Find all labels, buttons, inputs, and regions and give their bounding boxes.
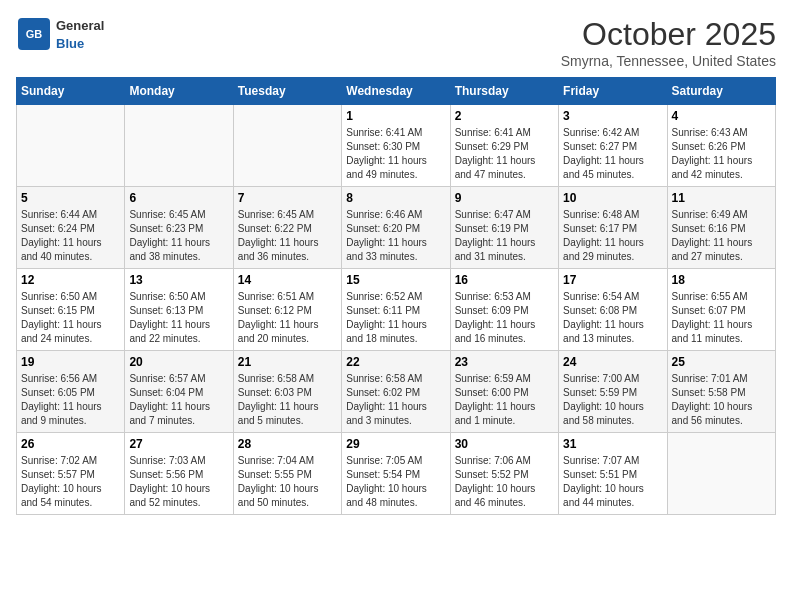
calendar-day-19: 19Sunrise: 6:56 AM Sunset: 6:05 PM Dayli…: [17, 351, 125, 433]
calendar-week-3: 12Sunrise: 6:50 AM Sunset: 6:15 PM Dayli…: [17, 269, 776, 351]
calendar-day-7: 7Sunrise: 6:45 AM Sunset: 6:22 PM Daylig…: [233, 187, 341, 269]
day-detail: Sunrise: 6:52 AM Sunset: 6:11 PM Dayligh…: [346, 290, 445, 346]
calendar-day-4: 4Sunrise: 6:43 AM Sunset: 6:26 PM Daylig…: [667, 105, 775, 187]
calendar-day-11: 11Sunrise: 6:49 AM Sunset: 6:16 PM Dayli…: [667, 187, 775, 269]
weekday-sunday: Sunday: [17, 78, 125, 105]
calendar-day-26: 26Sunrise: 7:02 AM Sunset: 5:57 PM Dayli…: [17, 433, 125, 515]
day-number: 29: [346, 437, 445, 451]
day-number: 18: [672, 273, 771, 287]
weekday-thursday: Thursday: [450, 78, 558, 105]
calendar-day-2: 2Sunrise: 6:41 AM Sunset: 6:29 PM Daylig…: [450, 105, 558, 187]
title-area: October 2025 Smyrna, Tennessee, United S…: [561, 16, 776, 69]
day-detail: Sunrise: 6:58 AM Sunset: 6:03 PM Dayligh…: [238, 372, 337, 428]
day-number: 20: [129, 355, 228, 369]
empty-day: [667, 433, 775, 515]
day-number: 1: [346, 109, 445, 123]
calendar-header: SundayMondayTuesdayWednesdayThursdayFrid…: [17, 78, 776, 105]
day-number: 9: [455, 191, 554, 205]
calendar-week-1: 1Sunrise: 6:41 AM Sunset: 6:30 PM Daylig…: [17, 105, 776, 187]
day-detail: Sunrise: 6:57 AM Sunset: 6:04 PM Dayligh…: [129, 372, 228, 428]
day-number: 17: [563, 273, 662, 287]
day-detail: Sunrise: 6:41 AM Sunset: 6:29 PM Dayligh…: [455, 126, 554, 182]
day-number: 13: [129, 273, 228, 287]
day-number: 7: [238, 191, 337, 205]
calendar-day-20: 20Sunrise: 6:57 AM Sunset: 6:04 PM Dayli…: [125, 351, 233, 433]
day-detail: Sunrise: 6:47 AM Sunset: 6:19 PM Dayligh…: [455, 208, 554, 264]
calendar-day-13: 13Sunrise: 6:50 AM Sunset: 6:13 PM Dayli…: [125, 269, 233, 351]
calendar-day-28: 28Sunrise: 7:04 AM Sunset: 5:55 PM Dayli…: [233, 433, 341, 515]
calendar-day-22: 22Sunrise: 6:58 AM Sunset: 6:02 PM Dayli…: [342, 351, 450, 433]
svg-text:GB: GB: [26, 28, 43, 40]
day-detail: Sunrise: 6:42 AM Sunset: 6:27 PM Dayligh…: [563, 126, 662, 182]
day-detail: Sunrise: 6:43 AM Sunset: 6:26 PM Dayligh…: [672, 126, 771, 182]
calendar-day-23: 23Sunrise: 6:59 AM Sunset: 6:00 PM Dayli…: [450, 351, 558, 433]
day-detail: Sunrise: 6:48 AM Sunset: 6:17 PM Dayligh…: [563, 208, 662, 264]
day-number: 28: [238, 437, 337, 451]
weekday-header-row: SundayMondayTuesdayWednesdayThursdayFrid…: [17, 78, 776, 105]
day-number: 14: [238, 273, 337, 287]
empty-day: [125, 105, 233, 187]
calendar-week-5: 26Sunrise: 7:02 AM Sunset: 5:57 PM Dayli…: [17, 433, 776, 515]
day-detail: Sunrise: 7:05 AM Sunset: 5:54 PM Dayligh…: [346, 454, 445, 510]
calendar-day-29: 29Sunrise: 7:05 AM Sunset: 5:54 PM Dayli…: [342, 433, 450, 515]
day-detail: Sunrise: 7:03 AM Sunset: 5:56 PM Dayligh…: [129, 454, 228, 510]
day-detail: Sunrise: 6:45 AM Sunset: 6:22 PM Dayligh…: [238, 208, 337, 264]
calendar-day-31: 31Sunrise: 7:07 AM Sunset: 5:51 PM Dayli…: [559, 433, 667, 515]
day-number: 30: [455, 437, 554, 451]
day-number: 19: [21, 355, 120, 369]
calendar-day-1: 1Sunrise: 6:41 AM Sunset: 6:30 PM Daylig…: [342, 105, 450, 187]
day-detail: Sunrise: 7:06 AM Sunset: 5:52 PM Dayligh…: [455, 454, 554, 510]
calendar-day-16: 16Sunrise: 6:53 AM Sunset: 6:09 PM Dayli…: [450, 269, 558, 351]
day-detail: Sunrise: 6:59 AM Sunset: 6:00 PM Dayligh…: [455, 372, 554, 428]
calendar-day-24: 24Sunrise: 7:00 AM Sunset: 5:59 PM Dayli…: [559, 351, 667, 433]
day-number: 5: [21, 191, 120, 205]
day-number: 12: [21, 273, 120, 287]
logo-icon: GB: [16, 16, 52, 52]
calendar-day-3: 3Sunrise: 6:42 AM Sunset: 6:27 PM Daylig…: [559, 105, 667, 187]
day-detail: Sunrise: 7:02 AM Sunset: 5:57 PM Dayligh…: [21, 454, 120, 510]
logo-text: General Blue: [56, 16, 104, 52]
page-header: GB General Blue October 2025 Smyrna, Ten…: [16, 16, 776, 69]
weekday-saturday: Saturday: [667, 78, 775, 105]
calendar-day-17: 17Sunrise: 6:54 AM Sunset: 6:08 PM Dayli…: [559, 269, 667, 351]
day-detail: Sunrise: 6:51 AM Sunset: 6:12 PM Dayligh…: [238, 290, 337, 346]
day-number: 31: [563, 437, 662, 451]
calendar-day-10: 10Sunrise: 6:48 AM Sunset: 6:17 PM Dayli…: [559, 187, 667, 269]
day-number: 24: [563, 355, 662, 369]
day-detail: Sunrise: 6:58 AM Sunset: 6:02 PM Dayligh…: [346, 372, 445, 428]
calendar-day-5: 5Sunrise: 6:44 AM Sunset: 6:24 PM Daylig…: [17, 187, 125, 269]
day-detail: Sunrise: 6:41 AM Sunset: 6:30 PM Dayligh…: [346, 126, 445, 182]
empty-day: [17, 105, 125, 187]
day-detail: Sunrise: 6:56 AM Sunset: 6:05 PM Dayligh…: [21, 372, 120, 428]
month-title: October 2025: [561, 16, 776, 53]
day-number: 6: [129, 191, 228, 205]
day-detail: Sunrise: 6:49 AM Sunset: 6:16 PM Dayligh…: [672, 208, 771, 264]
location: Smyrna, Tennessee, United States: [561, 53, 776, 69]
day-detail: Sunrise: 6:55 AM Sunset: 6:07 PM Dayligh…: [672, 290, 771, 346]
day-number: 26: [21, 437, 120, 451]
day-number: 15: [346, 273, 445, 287]
day-detail: Sunrise: 7:00 AM Sunset: 5:59 PM Dayligh…: [563, 372, 662, 428]
calendar-day-14: 14Sunrise: 6:51 AM Sunset: 6:12 PM Dayli…: [233, 269, 341, 351]
day-number: 22: [346, 355, 445, 369]
day-detail: Sunrise: 7:04 AM Sunset: 5:55 PM Dayligh…: [238, 454, 337, 510]
empty-day: [233, 105, 341, 187]
calendar-day-15: 15Sunrise: 6:52 AM Sunset: 6:11 PM Dayli…: [342, 269, 450, 351]
calendar-day-9: 9Sunrise: 6:47 AM Sunset: 6:19 PM Daylig…: [450, 187, 558, 269]
calendar-body: 1Sunrise: 6:41 AM Sunset: 6:30 PM Daylig…: [17, 105, 776, 515]
calendar-day-6: 6Sunrise: 6:45 AM Sunset: 6:23 PM Daylig…: [125, 187, 233, 269]
calendar-day-30: 30Sunrise: 7:06 AM Sunset: 5:52 PM Dayli…: [450, 433, 558, 515]
day-detail: Sunrise: 6:50 AM Sunset: 6:13 PM Dayligh…: [129, 290, 228, 346]
day-number: 2: [455, 109, 554, 123]
day-number: 10: [563, 191, 662, 205]
day-number: 16: [455, 273, 554, 287]
calendar-day-18: 18Sunrise: 6:55 AM Sunset: 6:07 PM Dayli…: [667, 269, 775, 351]
calendar-week-4: 19Sunrise: 6:56 AM Sunset: 6:05 PM Dayli…: [17, 351, 776, 433]
calendar-week-2: 5Sunrise: 6:44 AM Sunset: 6:24 PM Daylig…: [17, 187, 776, 269]
day-number: 23: [455, 355, 554, 369]
weekday-tuesday: Tuesday: [233, 78, 341, 105]
day-detail: Sunrise: 6:53 AM Sunset: 6:09 PM Dayligh…: [455, 290, 554, 346]
calendar-day-8: 8Sunrise: 6:46 AM Sunset: 6:20 PM Daylig…: [342, 187, 450, 269]
weekday-monday: Monday: [125, 78, 233, 105]
day-number: 4: [672, 109, 771, 123]
